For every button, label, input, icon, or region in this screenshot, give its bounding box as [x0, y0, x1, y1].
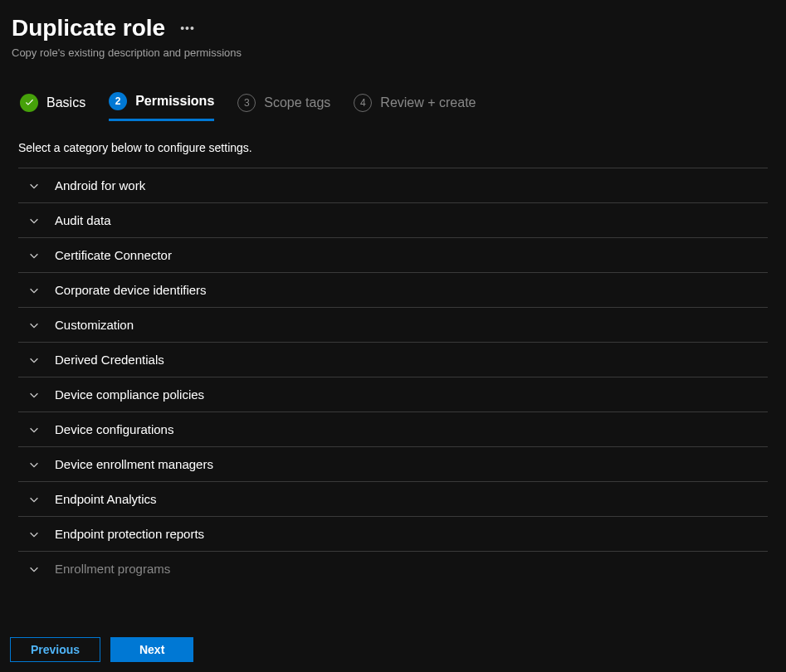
- step-number-icon: 2: [109, 92, 127, 110]
- tab-label: Basics: [46, 95, 85, 110]
- tab-label: Review + create: [380, 95, 476, 110]
- chevron-down-icon: [28, 459, 40, 470]
- category-label: Android for work: [55, 178, 145, 192]
- category-label: Endpoint Analytics: [55, 492, 157, 506]
- chevron-down-icon: [28, 528, 40, 540]
- chevron-down-icon: [28, 319, 40, 331]
- chevron-down-icon: [28, 250, 40, 261]
- page-subtitle: Copy role's existing description and per…: [12, 46, 774, 59]
- category-label: Device configurations: [55, 422, 173, 436]
- chevron-down-icon: [28, 563, 40, 575]
- category-item-device-enrollment-managers[interactable]: Device enrollment managers: [18, 446, 768, 481]
- chevron-down-icon: [28, 494, 40, 505]
- category-item-certificate-connector[interactable]: Certificate Connector: [18, 237, 768, 272]
- chevron-down-icon: [28, 180, 40, 192]
- category-label: Device compliance policies: [55, 387, 204, 402]
- tab-review-create[interactable]: 4 Review + create: [354, 94, 476, 120]
- chevron-down-icon: [28, 354, 40, 366]
- chevron-down-icon: [28, 215, 40, 226]
- more-actions-icon[interactable]: •••: [180, 22, 195, 35]
- step-number-icon: 3: [237, 94, 256, 112]
- step-number-icon: 4: [354, 94, 372, 112]
- category-item-audit-data[interactable]: Audit data: [18, 202, 768, 237]
- wizard-tabs: Basics 2 Permissions 3 Scope tags 4 Revi…: [0, 67, 786, 121]
- tab-basics[interactable]: Basics: [20, 94, 85, 120]
- instruction-text: Select a category below to configure set…: [0, 121, 786, 168]
- category-item-endpoint-protection-reports[interactable]: Endpoint protection reports: [18, 516, 768, 551]
- category-label: Derived Credentials: [55, 353, 164, 367]
- previous-button[interactable]: Previous: [10, 637, 100, 662]
- category-label: Device enrollment managers: [55, 457, 213, 471]
- category-label: Audit data: [55, 213, 111, 227]
- chevron-down-icon: [28, 285, 40, 296]
- category-list: Android for work Audit data Certificate …: [0, 168, 786, 586]
- category-label: Customization: [55, 318, 134, 332]
- category-item-customization[interactable]: Customization: [18, 307, 768, 342]
- category-item-device-compliance-policies[interactable]: Device compliance policies: [18, 377, 768, 411]
- category-item-device-configurations[interactable]: Device configurations: [18, 411, 768, 446]
- tab-permissions[interactable]: 2 Permissions: [109, 92, 214, 121]
- category-item-corporate-device-identifiers[interactable]: Corporate device identifiers: [18, 272, 768, 307]
- category-label: Corporate device identifiers: [55, 283, 207, 297]
- page-header: Duplicate role ••• Copy role's existing …: [0, 0, 786, 67]
- next-button[interactable]: Next: [110, 637, 193, 662]
- chevron-down-icon: [28, 389, 40, 401]
- chevron-down-icon: [28, 424, 40, 436]
- category-label: Certificate Connector: [55, 248, 172, 262]
- category-item-enrollment-programs[interactable]: Enrollment programs: [18, 551, 768, 586]
- tab-label: Scope tags: [264, 95, 330, 110]
- category-label: Enrollment programs: [55, 562, 170, 576]
- category-item-android-for-work[interactable]: Android for work: [18, 168, 768, 202]
- check-icon: [20, 94, 38, 112]
- category-label: Endpoint protection reports: [55, 527, 204, 541]
- page-title: Duplicate role: [12, 15, 165, 41]
- wizard-footer: Previous Next: [0, 627, 786, 672]
- category-item-derived-credentials[interactable]: Derived Credentials: [18, 342, 768, 377]
- tab-label: Permissions: [135, 94, 214, 109]
- tab-scope-tags[interactable]: 3 Scope tags: [237, 94, 330, 120]
- category-item-endpoint-analytics[interactable]: Endpoint Analytics: [18, 481, 768, 516]
